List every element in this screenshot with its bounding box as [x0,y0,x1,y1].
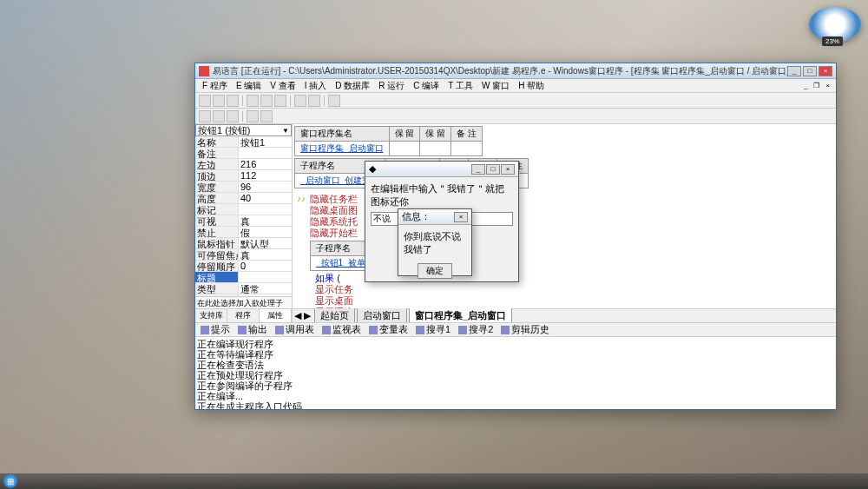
menu-edit[interactable]: E 编辑 [233,79,265,93]
menu-insert[interactable]: I 插入 [301,79,331,93]
tool-copy[interactable] [260,95,273,107]
minimize-button[interactable]: _ [787,66,801,76]
menu-run[interactable]: R 运行 [375,79,408,93]
tool-c[interactable] [227,110,239,122]
tool-new[interactable] [199,95,211,107]
message-dialog[interactable]: 信息： × 你到底说不说我错了 确定 [398,208,472,276]
subroutine-table-2[interactable]: 子程序名 _按钮1_被单 [310,241,372,271]
clock-gadget[interactable] [809,7,861,42]
vars-icon [369,326,378,334]
tool-a[interactable] [199,110,211,122]
tool-paste[interactable] [274,95,286,107]
dialog-label: 在编辑框中输入＂我错了＂就把图标还你 [371,182,513,208]
property-selector[interactable]: 按钮1 (按钮) ▼ [195,124,292,136]
btab-watch[interactable]: 监视表 [319,322,365,337]
maximize-button[interactable]: □ [803,66,817,76]
search-icon [458,326,467,334]
msg-title: 信息： [402,210,431,223]
tool-e[interactable] [260,110,273,122]
search-icon [416,326,424,334]
output-pane[interactable]: 正在编译现行程序正在等待编译程序正在检查变语法正在预处理现行程序正在参阅编译的子… [195,337,836,409]
menu-tools[interactable]: T 工具 [444,79,477,93]
property-grid[interactable]: 名称按钮1备注左边216顶边112宽度96高度40标记可视真禁止假鼠标指针默认型… [195,136,292,296]
separator [324,96,325,106]
chevron-down-icon: ▼ [282,127,289,135]
gutter: ♪♪ [294,194,308,203]
programset-table[interactable]: 窗口程序集名保 留保 留备 注 窗口程序集_启动窗口 [294,126,483,156]
dialog-max[interactable]: □ [486,164,500,175]
left-panel-tabs: 支持库 程序 属性 [195,308,292,322]
btab-clip[interactable]: 剪辑历史 [497,322,553,337]
tool-d[interactable] [247,110,259,122]
separator [290,96,291,106]
tool-cut[interactable] [247,95,259,107]
dialog-min[interactable]: _ [471,164,485,175]
separator [242,111,243,122]
tab-startpage[interactable]: 起始页 [314,307,355,322]
mdi-buttons: _ ❐ × [801,82,832,89]
btab-search1[interactable]: 搜寻1 [412,322,454,337]
mdi-min[interactable]: _ [801,82,810,89]
dialog-close[interactable]: × [501,164,515,175]
bottom-panel: 提示 输出 调用表 监视表 变量表 搜寻1 搜寻2 剪辑历史 正在编译现行程序正… [195,322,836,409]
menu-help[interactable]: H 帮助 [515,79,548,93]
tool-redo[interactable] [308,95,320,107]
ok-button[interactable]: 确定 [418,263,452,279]
bottom-tabs: 提示 输出 调用表 监视表 变量表 搜寻1 搜寻2 剪辑历史 [195,323,836,337]
menu-view[interactable]: V 查看 [266,79,299,93]
mdi-restore[interactable]: ❐ [811,82,822,89]
titlebar[interactable]: 易语言 [正在运行] - C:\Users\Administrator.USER… [195,63,836,79]
property-selector-text: 按钮1 (按钮) [198,124,251,137]
tool-save[interactable] [227,95,239,107]
taskbar[interactable]: ⊞ [0,473,868,489]
msg-text: 你到底说不说我错了 [404,230,466,256]
left-panel: 按钮1 (按钮) ▼ 名称按钮1备注左边216顶边112宽度96高度40标记可视… [195,124,293,322]
hint-icon [201,326,209,334]
toolbar-2 [195,109,836,124]
menubar: F 程序 E 编辑 V 查看 I 插入 D 数据库 R 运行 C 编译 T 工具… [195,79,836,93]
tab-properties[interactable]: 属性 [260,309,292,322]
tab-startwindow[interactable]: 启动窗口 [357,307,407,322]
menu-database[interactable]: D 数据库 [332,79,373,93]
document-tabs: ◀ ▶ 起始页 启动窗口 窗口程序集_启动窗口 [293,308,836,322]
menu-compile[interactable]: C 编译 [410,79,443,93]
btab-vars[interactable]: 变量表 [365,322,411,337]
property-hint: 在此处选择加入欲处理子程序 [195,296,292,308]
calls-icon [275,326,284,334]
clip-icon [501,326,510,334]
btab-hint[interactable]: 提示 [197,322,233,337]
window-title: 易语言 [正在运行] - C:\Users\Administrator.USER… [213,65,787,77]
btab-output[interactable]: 输出 [234,322,271,337]
toolbar [195,93,836,109]
tab-program[interactable]: 程序 [227,309,260,322]
btab-calls[interactable]: 调用表 [272,322,318,337]
msg-titlebar[interactable]: 信息： × [398,209,471,225]
msg-close[interactable]: × [454,212,468,222]
dialog-titlebar[interactable]: ◆ _ □ × [365,162,518,177]
tab-support[interactable]: 支持库 [195,309,227,322]
mdi-close[interactable]: × [823,82,832,89]
watch-icon [322,326,331,334]
msg-body: 你到底说不说我错了 确定 [398,225,471,284]
tool-undo[interactable] [294,95,306,107]
menu-window[interactable]: W 窗口 [478,79,513,93]
btab-search2[interactable]: 搜寻2 [455,322,496,337]
tool-open[interactable] [213,95,225,107]
close-button[interactable]: × [819,66,832,76]
separator [242,96,243,106]
tool-b[interactable] [213,110,225,122]
menu-program[interactable]: F 程序 [199,79,231,93]
tab-programset[interactable]: 窗口程序集_启动窗口 [409,307,512,322]
dialog-icon: ◆ [369,163,376,175]
tool-run[interactable] [328,95,340,107]
output-icon [238,326,247,334]
start-button[interactable]: ⊞ [3,474,17,488]
app-icon [199,66,209,76]
